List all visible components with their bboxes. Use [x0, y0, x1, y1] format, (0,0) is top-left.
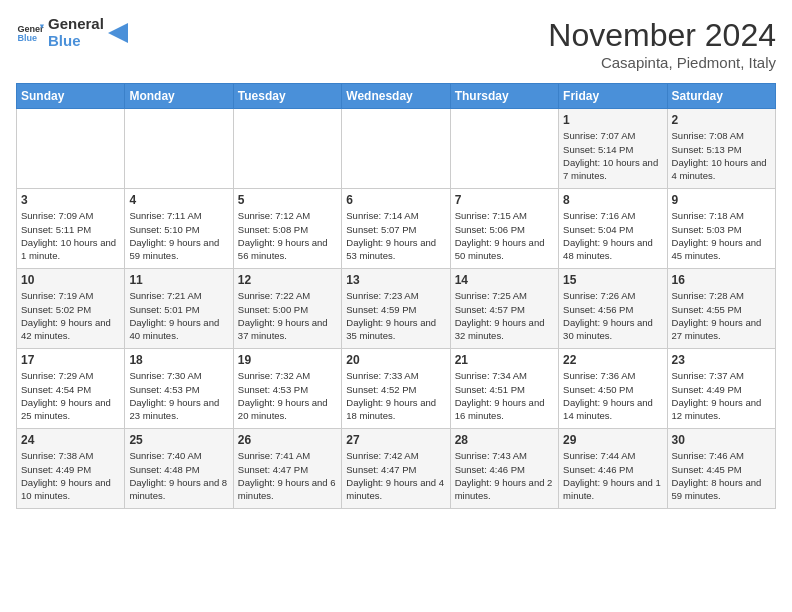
calendar-cell [17, 109, 125, 189]
day-number: 20 [346, 353, 445, 367]
calendar-cell: 8Sunrise: 7:16 AM Sunset: 5:04 PM Daylig… [559, 189, 667, 269]
logo: General Blue General Blue [16, 16, 128, 49]
calendar-cell: 1Sunrise: 7:07 AM Sunset: 5:14 PM Daylig… [559, 109, 667, 189]
calendar-cell: 3Sunrise: 7:09 AM Sunset: 5:11 PM Daylig… [17, 189, 125, 269]
calendar-cell: 4Sunrise: 7:11 AM Sunset: 5:10 PM Daylig… [125, 189, 233, 269]
day-number: 30 [672, 433, 771, 447]
day-info: Sunrise: 7:18 AM Sunset: 5:03 PM Dayligh… [672, 209, 771, 262]
calendar-week-4: 17Sunrise: 7:29 AM Sunset: 4:54 PM Dayli… [17, 349, 776, 429]
day-number: 1 [563, 113, 662, 127]
calendar-cell: 12Sunrise: 7:22 AM Sunset: 5:00 PM Dayli… [233, 269, 341, 349]
calendar-header-row: SundayMondayTuesdayWednesdayThursdayFrid… [17, 84, 776, 109]
calendar-cell: 30Sunrise: 7:46 AM Sunset: 4:45 PM Dayli… [667, 429, 775, 509]
day-info: Sunrise: 7:26 AM Sunset: 4:56 PM Dayligh… [563, 289, 662, 342]
day-info: Sunrise: 7:28 AM Sunset: 4:55 PM Dayligh… [672, 289, 771, 342]
day-info: Sunrise: 7:33 AM Sunset: 4:52 PM Dayligh… [346, 369, 445, 422]
calendar-cell [342, 109, 450, 189]
day-number: 16 [672, 273, 771, 287]
calendar-cell: 26Sunrise: 7:41 AM Sunset: 4:47 PM Dayli… [233, 429, 341, 509]
calendar-cell: 14Sunrise: 7:25 AM Sunset: 4:57 PM Dayli… [450, 269, 558, 349]
day-info: Sunrise: 7:25 AM Sunset: 4:57 PM Dayligh… [455, 289, 554, 342]
day-info: Sunrise: 7:23 AM Sunset: 4:59 PM Dayligh… [346, 289, 445, 342]
day-info: Sunrise: 7:22 AM Sunset: 5:00 PM Dayligh… [238, 289, 337, 342]
calendar-week-5: 24Sunrise: 7:38 AM Sunset: 4:49 PM Dayli… [17, 429, 776, 509]
calendar-week-2: 3Sunrise: 7:09 AM Sunset: 5:11 PM Daylig… [17, 189, 776, 269]
calendar-cell: 28Sunrise: 7:43 AM Sunset: 4:46 PM Dayli… [450, 429, 558, 509]
calendar-cell: 25Sunrise: 7:40 AM Sunset: 4:48 PM Dayli… [125, 429, 233, 509]
calendar-cell: 5Sunrise: 7:12 AM Sunset: 5:08 PM Daylig… [233, 189, 341, 269]
day-number: 11 [129, 273, 228, 287]
calendar-cell [125, 109, 233, 189]
day-number: 5 [238, 193, 337, 207]
day-number: 25 [129, 433, 228, 447]
day-number: 7 [455, 193, 554, 207]
calendar-cell: 2Sunrise: 7:08 AM Sunset: 5:13 PM Daylig… [667, 109, 775, 189]
day-info: Sunrise: 7:40 AM Sunset: 4:48 PM Dayligh… [129, 449, 228, 502]
day-header-wednesday: Wednesday [342, 84, 450, 109]
calendar-cell: 24Sunrise: 7:38 AM Sunset: 4:49 PM Dayli… [17, 429, 125, 509]
calendar-cell [450, 109, 558, 189]
svg-text:Blue: Blue [17, 33, 37, 43]
day-info: Sunrise: 7:14 AM Sunset: 5:07 PM Dayligh… [346, 209, 445, 262]
day-number: 29 [563, 433, 662, 447]
day-info: Sunrise: 7:34 AM Sunset: 4:51 PM Dayligh… [455, 369, 554, 422]
day-number: 19 [238, 353, 337, 367]
day-info: Sunrise: 7:43 AM Sunset: 4:46 PM Dayligh… [455, 449, 554, 502]
calendar-week-3: 10Sunrise: 7:19 AM Sunset: 5:02 PM Dayli… [17, 269, 776, 349]
day-number: 26 [238, 433, 337, 447]
day-number: 3 [21, 193, 120, 207]
logo-triangle-icon [108, 23, 128, 43]
day-number: 8 [563, 193, 662, 207]
location: Casapinta, Piedmont, Italy [548, 54, 776, 71]
calendar-cell: 22Sunrise: 7:36 AM Sunset: 4:50 PM Dayli… [559, 349, 667, 429]
calendar-cell: 16Sunrise: 7:28 AM Sunset: 4:55 PM Dayli… [667, 269, 775, 349]
calendar-table: SundayMondayTuesdayWednesdayThursdayFrid… [16, 83, 776, 509]
day-info: Sunrise: 7:37 AM Sunset: 4:49 PM Dayligh… [672, 369, 771, 422]
calendar-cell: 19Sunrise: 7:32 AM Sunset: 4:53 PM Dayli… [233, 349, 341, 429]
calendar-cell: 15Sunrise: 7:26 AM Sunset: 4:56 PM Dayli… [559, 269, 667, 349]
day-number: 24 [21, 433, 120, 447]
calendar-cell: 11Sunrise: 7:21 AM Sunset: 5:01 PM Dayli… [125, 269, 233, 349]
page-header: General Blue General Blue November 2024 … [16, 16, 776, 71]
day-info: Sunrise: 7:19 AM Sunset: 5:02 PM Dayligh… [21, 289, 120, 342]
day-info: Sunrise: 7:08 AM Sunset: 5:13 PM Dayligh… [672, 129, 771, 182]
calendar-cell: 13Sunrise: 7:23 AM Sunset: 4:59 PM Dayli… [342, 269, 450, 349]
day-number: 14 [455, 273, 554, 287]
day-info: Sunrise: 7:12 AM Sunset: 5:08 PM Dayligh… [238, 209, 337, 262]
day-number: 27 [346, 433, 445, 447]
day-number: 10 [21, 273, 120, 287]
day-info: Sunrise: 7:38 AM Sunset: 4:49 PM Dayligh… [21, 449, 120, 502]
day-info: Sunrise: 7:30 AM Sunset: 4:53 PM Dayligh… [129, 369, 228, 422]
calendar-week-1: 1Sunrise: 7:07 AM Sunset: 5:14 PM Daylig… [17, 109, 776, 189]
day-info: Sunrise: 7:42 AM Sunset: 4:47 PM Dayligh… [346, 449, 445, 502]
calendar-cell [233, 109, 341, 189]
calendar-cell: 23Sunrise: 7:37 AM Sunset: 4:49 PM Dayli… [667, 349, 775, 429]
day-info: Sunrise: 7:29 AM Sunset: 4:54 PM Dayligh… [21, 369, 120, 422]
svg-marker-3 [108, 23, 128, 43]
day-number: 4 [129, 193, 228, 207]
calendar-cell: 9Sunrise: 7:18 AM Sunset: 5:03 PM Daylig… [667, 189, 775, 269]
day-info: Sunrise: 7:09 AM Sunset: 5:11 PM Dayligh… [21, 209, 120, 262]
day-info: Sunrise: 7:15 AM Sunset: 5:06 PM Dayligh… [455, 209, 554, 262]
title-block: November 2024 Casapinta, Piedmont, Italy [548, 16, 776, 71]
day-info: Sunrise: 7:46 AM Sunset: 4:45 PM Dayligh… [672, 449, 771, 502]
day-header-friday: Friday [559, 84, 667, 109]
day-number: 18 [129, 353, 228, 367]
day-number: 12 [238, 273, 337, 287]
day-info: Sunrise: 7:32 AM Sunset: 4:53 PM Dayligh… [238, 369, 337, 422]
calendar-cell: 27Sunrise: 7:42 AM Sunset: 4:47 PM Dayli… [342, 429, 450, 509]
day-number: 23 [672, 353, 771, 367]
day-info: Sunrise: 7:21 AM Sunset: 5:01 PM Dayligh… [129, 289, 228, 342]
day-number: 28 [455, 433, 554, 447]
calendar-cell: 6Sunrise: 7:14 AM Sunset: 5:07 PM Daylig… [342, 189, 450, 269]
month-title: November 2024 [548, 16, 776, 54]
day-number: 15 [563, 273, 662, 287]
svg-text:General: General [17, 23, 44, 33]
day-header-tuesday: Tuesday [233, 84, 341, 109]
day-number: 22 [563, 353, 662, 367]
logo-blue: Blue [48, 33, 104, 50]
day-info: Sunrise: 7:11 AM Sunset: 5:10 PM Dayligh… [129, 209, 228, 262]
day-header-thursday: Thursday [450, 84, 558, 109]
day-number: 2 [672, 113, 771, 127]
day-number: 13 [346, 273, 445, 287]
